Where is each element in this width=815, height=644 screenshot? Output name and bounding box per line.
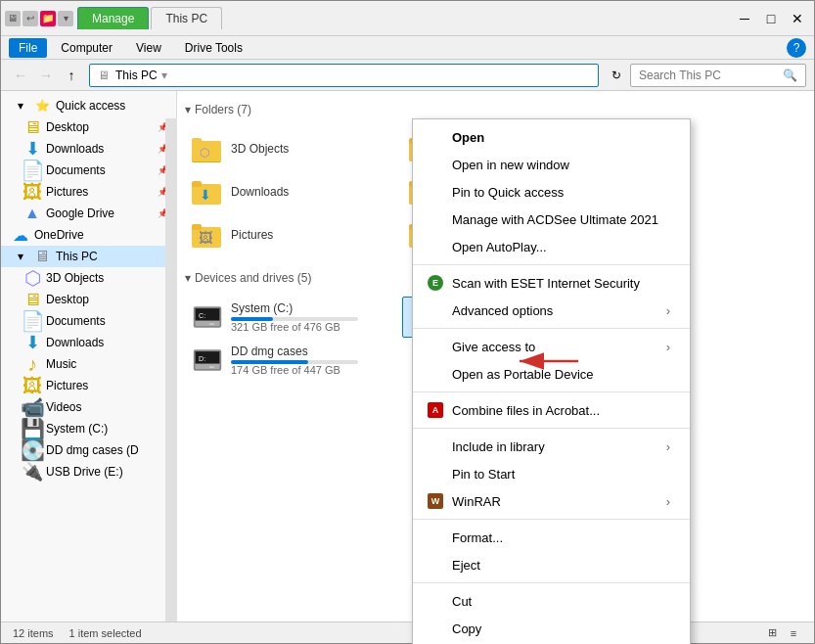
sidebar-item-googledrive[interactable]: ▲ Google Drive 📌 (1, 203, 176, 224)
sidebar-scrollbar[interactable] (165, 118, 177, 621)
cm-copy[interactable]: Copy (413, 615, 690, 642)
thispc-icon: 🖥 (34, 249, 50, 264)
sidebar-item-systemc[interactable]: 💾 System (C:) (1, 418, 176, 439)
cm-winrar-icon: W (427, 492, 444, 510)
tab-thispc[interactable]: This PC (151, 7, 222, 29)
cm-pin-start[interactable]: Pin to Start (413, 460, 690, 487)
ddmg-drive-name: DD dmg cases (231, 345, 393, 358)
statusbar-right: ⊞ ≡ (763, 624, 802, 642)
cm-eject[interactable]: Eject (413, 551, 690, 578)
help-button[interactable]: ? (787, 38, 806, 58)
3dobjects-folder-icon: ⬡ (192, 133, 223, 164)
folder-3dobjects-info: 3D Objects (231, 142, 393, 156)
cm-scan-eset[interactable]: E Scan with ESET Internet Security (413, 269, 690, 297)
pictures-icon: 🖼 (24, 184, 40, 200)
toolbar: ← → ↑ 🖥 This PC ▾ ↻ 🔍 (1, 60, 814, 91)
folder-item-downloads[interactable]: ⬇ Downloads (185, 171, 400, 212)
address-dropdown[interactable]: ▾ (161, 69, 167, 82)
folder-item-3dobjects[interactable]: ⬡ 3D Objects (185, 128, 400, 169)
drive-item-systemc[interactable]: C: System (C:) 321 GB free of 476 GB (185, 297, 400, 338)
downloads-icon-2: ⬇ (24, 335, 40, 350)
cm-pin-label: Pin to Quick access (452, 185, 564, 200)
folder-item-pictures[interactable]: 🖼 Pictures (185, 214, 400, 255)
systemc-drive-info: System (C:) 321 GB free of 476 GB (231, 301, 393, 333)
cm-access-chevron: › (666, 340, 670, 354)
cm-open-autoplay[interactable]: Open AutoPlay... (413, 233, 690, 260)
close-button[interactable]: ✕ (785, 7, 810, 30)
sidebar-item-thispc[interactable]: ▾ 🖥 This PC (1, 246, 176, 267)
svg-rect-26 (209, 323, 214, 325)
cm-open-new-window[interactable]: Open in new window (413, 151, 690, 178)
svg-text:⬇: ⬇ (200, 187, 211, 203)
sidebar-item-onedrive[interactable]: ☁ OneDrive (1, 224, 176, 246)
sidebar-item-desktop2[interactable]: 🖥 Desktop (1, 289, 176, 310)
search-box[interactable]: 🔍 (630, 64, 806, 87)
menu-file[interactable]: File (9, 38, 47, 58)
folders-section-header[interactable]: ▾ Folders (7) (185, 99, 806, 120)
cm-library-chevron: › (666, 439, 670, 454)
cm-include-library[interactable]: Include in library › (413, 433, 690, 460)
ddmg-drive-info: DD dmg cases 174 GB free of 447 GB (231, 345, 393, 376)
cm-sep-1 (413, 264, 690, 265)
minimize-button[interactable]: ─ (732, 7, 757, 30)
svg-text:C:: C: (199, 312, 205, 320)
maximize-button[interactable]: □ (758, 7, 784, 30)
sidebar-3dobjects-label: 3D Objects (46, 271, 104, 285)
back-button[interactable]: ← (9, 64, 32, 87)
sidebar-item-pictures[interactable]: 🖼 Pictures 📌 (1, 181, 176, 203)
googledrive-icon: ▲ (24, 206, 40, 221)
item-selected: 1 item selected (69, 627, 142, 639)
cm-advanced-chevron: › (666, 303, 670, 318)
cm-acrobat-icon: A (427, 401, 444, 419)
up-button[interactable]: ↑ (60, 64, 83, 87)
star-icon: ⭐ (34, 98, 50, 114)
cm-format[interactable]: Format... (413, 524, 690, 551)
cm-open-icon (427, 128, 444, 146)
forward-button[interactable]: → (34, 64, 58, 87)
sidebar-item-music[interactable]: ♪ Music (1, 353, 176, 375)
menu-view[interactable]: View (126, 38, 171, 58)
folders-chevron: ▾ (185, 103, 191, 116)
quick-access-icon-1: ↩ (23, 11, 38, 26)
cm-cut[interactable]: Cut (413, 587, 690, 615)
cm-eject-label: Eject (452, 558, 480, 573)
cm-acdsee-icon (427, 210, 444, 228)
cm-sep-2 (413, 328, 690, 329)
cm-open[interactable]: Open (413, 123, 690, 151)
sidebar-item-pictures2[interactable]: 🖼 Pictures (1, 375, 176, 396)
address-bar[interactable]: 🖥 This PC ▾ (89, 64, 599, 87)
sidebar-item-usbdrive[interactable]: 🔌 USB Drive (E:) (1, 461, 176, 483)
cm-give-access[interactable]: Give access to › (413, 333, 690, 360)
tab-manage[interactable]: Manage (77, 7, 149, 29)
refresh-button[interactable]: ↻ (605, 64, 628, 87)
drive-item-ddmg[interactable]: D: DD dmg cases 174 GB free of 447 GB (185, 340, 400, 381)
sidebar-item-videos[interactable]: 📹 Videos (1, 396, 176, 418)
cm-portable-device[interactable]: Open as Portable Device (413, 360, 690, 388)
sidebar-item-downloads[interactable]: ⬇ Downloads 📌 (1, 138, 176, 160)
sidebar-item-documents2[interactable]: 📄 Documents (1, 310, 176, 332)
cm-winrar[interactable]: W WinRAR › (413, 487, 690, 515)
folders-section-label: Folders (7) (195, 103, 251, 116)
pictures-icon-2: 🖼 (24, 378, 40, 393)
menu-drive-tools[interactable]: Drive Tools (175, 38, 252, 58)
cm-combine-acrobat[interactable]: A Combine files in Acrobat... (413, 396, 690, 424)
downloads-icon: ⬇ (24, 141, 40, 157)
sidebar-pictures2-label: Pictures (46, 379, 88, 392)
cm-pin-quick-access[interactable]: Pin to Quick access (413, 178, 690, 206)
menu-computer[interactable]: Computer (51, 38, 122, 58)
sidebar-item-desktop[interactable]: 🖥 Desktop 📌 (1, 116, 176, 138)
sidebar-item-ddmg[interactable]: 💽 DD dmg cases (D (1, 439, 176, 461)
sidebar-item-quick-access[interactable]: ▾ ⭐ Quick access (1, 95, 176, 116)
sidebar-item-documents[interactable]: 📄 Documents 📌 (1, 160, 176, 181)
cm-format-label: Format... (452, 530, 503, 545)
sidebar-item-3dobjects[interactable]: ⬡ 3D Objects (1, 267, 176, 289)
cm-advanced-options[interactable]: Advanced options › (413, 297, 690, 324)
3dobjects-icon: ⬡ (24, 270, 40, 286)
sidebar-documents-label: Documents (46, 163, 106, 177)
cm-manage-acdsee[interactable]: Manage with ACDSee Ultimate 2021 (413, 206, 690, 233)
view-tiles-button[interactable]: ⊞ (763, 624, 781, 642)
view-list-button[interactable]: ≡ (785, 624, 802, 642)
sidebar-item-downloads2[interactable]: ⬇ Downloads (1, 332, 176, 353)
search-input[interactable] (639, 69, 783, 82)
folder-3dobjects-name: 3D Objects (231, 142, 393, 156)
